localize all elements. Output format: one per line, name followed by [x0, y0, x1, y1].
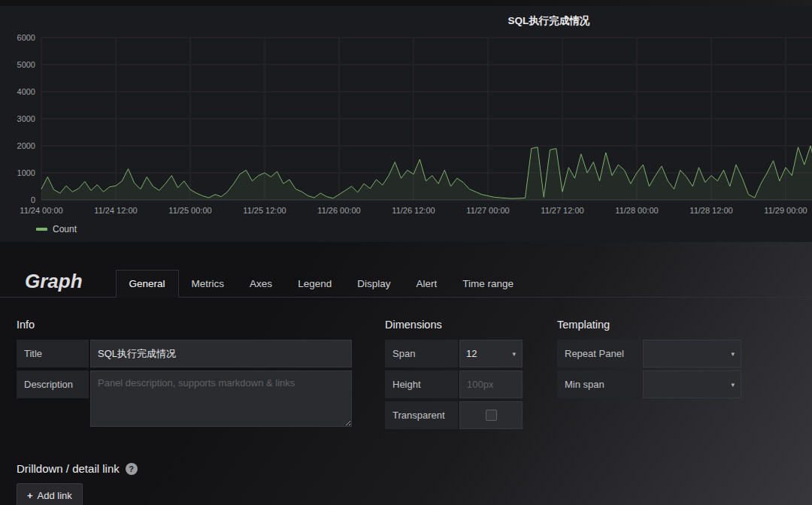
- svg-text:4000: 4000: [17, 87, 35, 96]
- legend-series-label: Count: [53, 224, 77, 234]
- section-info: Info Title Description: [17, 319, 352, 432]
- tab-display[interactable]: Display: [344, 271, 403, 297]
- svg-text:11/25 12:00: 11/25 12:00: [243, 206, 286, 215]
- svg-text:11/28 00:00: 11/28 00:00: [615, 206, 658, 215]
- legend-item-count[interactable]: Count: [0, 223, 812, 234]
- svg-text:5000: 5000: [17, 60, 35, 69]
- tab-general[interactable]: General: [116, 270, 179, 298]
- section-templating-heading: Templating: [557, 319, 742, 331]
- svg-text:11/26 12:00: 11/26 12:00: [392, 206, 435, 215]
- svg-text:11/26 00:00: 11/26 00:00: [317, 206, 360, 215]
- transparent-control: [459, 401, 523, 429]
- height-field-label: Height: [385, 370, 458, 398]
- title-field-label: Title: [17, 340, 89, 367]
- transparent-field-label: Transparent: [385, 401, 458, 429]
- title-input[interactable]: [90, 340, 352, 367]
- chevron-down-icon: ▾: [512, 350, 516, 358]
- chevron-down-icon: ▾: [731, 350, 735, 358]
- svg-text:11/27 12:00: 11/27 12:00: [541, 206, 583, 215]
- svg-text:1000: 1000: [17, 168, 35, 177]
- timeseries-chart[interactable]: 11/24 00:0011/24 12:0011/25 00:0011/25 1…: [0, 32, 812, 223]
- svg-text:11/28 12:00: 11/28 12:00: [689, 206, 732, 215]
- add-link-button[interactable]: + Add link: [17, 483, 83, 505]
- section-templating: Templating Repeat Panel ▾ Min span ▾: [557, 319, 742, 432]
- span-select[interactable]: 12 ▾: [459, 340, 523, 367]
- span-field-label: Span: [385, 340, 458, 367]
- description-field-label: Description: [17, 370, 89, 398]
- description-textarea[interactable]: [90, 370, 352, 427]
- min-span-field-label: Min span: [557, 370, 641, 398]
- add-link-label: Add link: [38, 490, 72, 501]
- svg-text:2000: 2000: [17, 141, 35, 150]
- tab-legend[interactable]: Legend: [285, 271, 344, 297]
- repeat-panel-field-label: Repeat Panel: [557, 340, 641, 367]
- svg-text:11/25 00:00: 11/25 00:00: [168, 206, 211, 215]
- section-dimensions-heading: Dimensions: [385, 319, 523, 331]
- transparent-checkbox[interactable]: [486, 410, 497, 421]
- section-dimensions: Dimensions Span 12 ▾ Height Transparent: [385, 319, 523, 432]
- editor-heading: Graph: [25, 270, 83, 293]
- svg-text:11/24 00:00: 11/24 00:00: [20, 206, 62, 215]
- graph-panel: SQL执行完成情况 11/24 00:0011/24 12:0011/25 00…: [0, 6, 812, 242]
- svg-text:11/27 00:00: 11/27 00:00: [466, 206, 509, 215]
- editor-header: Graph General Metrics Axes Legend Displa…: [0, 263, 812, 298]
- tab-time-range[interactable]: Time range: [450, 271, 526, 297]
- repeat-panel-select[interactable]: ▾: [643, 340, 741, 367]
- svg-text:11/24 12:00: 11/24 12:00: [94, 206, 137, 215]
- svg-text:6000: 6000: [17, 33, 35, 42]
- tab-general-content: Info Title Description Dimensions Span 1…: [0, 298, 812, 505]
- tab-axes[interactable]: Axes: [237, 271, 285, 297]
- tab-alert[interactable]: Alert: [403, 271, 450, 297]
- panel-title[interactable]: SQL执行完成情况: [0, 6, 812, 28]
- chevron-down-icon: ▾: [731, 381, 735, 389]
- section-drilldown: Drilldown / detail link ? + Add link: [17, 462, 812, 505]
- span-select-value: 12: [466, 348, 477, 359]
- section-info-heading: Info: [17, 319, 352, 331]
- plus-icon: +: [27, 490, 33, 501]
- svg-text:3000: 3000: [17, 114, 35, 123]
- help-icon[interactable]: ?: [126, 463, 138, 475]
- editor-tabs: General Metrics Axes Legend Display Aler…: [116, 270, 526, 297]
- section-drilldown-heading: Drilldown / detail link: [17, 462, 120, 475]
- chart-canvas[interactable]: 11/24 00:0011/24 12:0011/25 00:0011/25 1…: [0, 32, 812, 221]
- svg-text:0: 0: [31, 195, 35, 204]
- panel-editor: Graph General Metrics Axes Legend Displa…: [0, 263, 812, 505]
- height-input[interactable]: [459, 370, 523, 398]
- min-span-select[interactable]: ▾: [643, 370, 741, 398]
- legend-series-swatch: [36, 228, 47, 231]
- svg-text:11/29 00:00: 11/29 00:00: [764, 206, 807, 215]
- tab-metrics[interactable]: Metrics: [179, 271, 238, 297]
